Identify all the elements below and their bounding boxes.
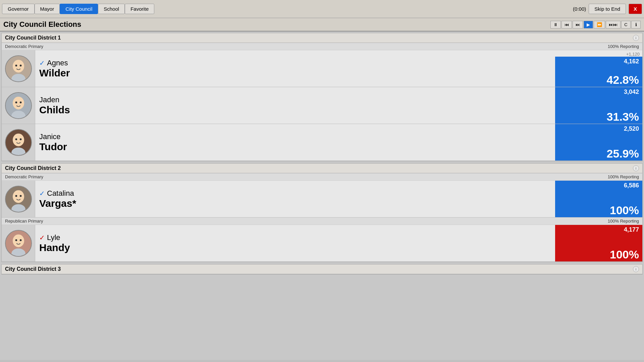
candidate-info: ✓CatalinaVargas*	[35, 181, 555, 217]
candidate-lastname: Handy	[39, 242, 551, 253]
avatar-image	[5, 129, 32, 156]
close-button[interactable]: X	[629, 4, 642, 14]
district-info-icon-2[interactable]: i	[633, 165, 639, 171]
fast-forward-button[interactable]: ⏩	[594, 21, 605, 28]
vote-percent: 31.3%	[607, 111, 639, 122]
svg-point-13	[15, 138, 17, 140]
district-header-3: City Council District 3i	[2, 264, 642, 274]
svg-point-11	[12, 133, 24, 146]
timer-area: (0:00) Skip to End X	[573, 4, 642, 14]
clear-button[interactable]: C	[621, 21, 631, 28]
firstname-text: Janice	[39, 132, 61, 141]
district-info-icon-3[interactable]: i	[633, 266, 639, 272]
district-block-1: City Council District 1iDemocratic Prima…	[1, 33, 643, 161]
candidate-firstname: ✓Catalina	[39, 189, 551, 198]
district-title-3: City Council District 3	[5, 266, 61, 272]
nav-btn-school[interactable]: School	[98, 4, 125, 14]
vote-count-number: 4,177	[624, 226, 639, 233]
district-info-icon-1[interactable]: i	[633, 35, 639, 41]
districts-container: City Council District 1iDemocratic Prima…	[1, 33, 643, 275]
candidate-firstname: ✓Lyle	[39, 233, 551, 242]
nav-btn-mayor[interactable]: Mayor	[35, 4, 60, 14]
vote-bar-area: 2,52025.9%	[555, 124, 642, 161]
vote-count-number: 4,162	[624, 58, 639, 65]
vote-count-number: 6,586	[624, 182, 639, 189]
vote-percent: 25.9%	[607, 148, 639, 159]
district-block-2: City Council District 2iDemocratic Prima…	[1, 163, 643, 262]
svg-point-16	[12, 190, 24, 203]
vote-bar-area: 3,04231.3%	[555, 87, 642, 124]
candidate-info: JaniceTudor	[35, 124, 555, 161]
vote-count-bar: 4,16242.8%	[555, 57, 642, 87]
candidate-avatar	[2, 124, 35, 161]
pause-button[interactable]: ⏸	[550, 21, 561, 28]
candidate-avatar	[2, 50, 35, 87]
svg-point-1	[12, 60, 24, 72]
candidate-lastname: Childs	[39, 104, 551, 115]
playback-controls: ⏸⏮⏭▶⏩⏭⏭Cℹ	[550, 21, 641, 28]
step-back-button[interactable]: ⏭	[573, 21, 583, 28]
vote-percent: 42.8%	[607, 74, 639, 85]
info-button[interactable]: ℹ	[631, 21, 641, 28]
nav-btn-governor[interactable]: Governor	[2, 4, 35, 14]
svg-point-3	[15, 64, 17, 66]
svg-point-23	[15, 239, 17, 241]
candidate-avatar	[2, 181, 35, 217]
winner-checkmark: ✓	[39, 189, 45, 197]
rewind-button[interactable]: ⏮	[561, 21, 572, 28]
candidate-row: ✓CatalinaVargas*6,586100%	[2, 181, 642, 218]
vote-delta: +1,120	[555, 50, 642, 57]
candidate-row: ✓LyleHandy4,177100%	[2, 225, 642, 262]
vote-bar-area: +1,1204,16242.8%	[555, 50, 642, 87]
nav-btn-favorite[interactable]: Favorite	[125, 4, 154, 14]
svg-point-21	[12, 234, 24, 247]
vote-bar-area: 6,586100%	[555, 181, 642, 217]
vote-count-bar: 4,177100%	[555, 225, 642, 261]
vote-percent: 100%	[610, 204, 639, 216]
party-label: Democratic Primary	[5, 174, 43, 179]
skip-button[interactable]: ⏭⏭	[606, 21, 621, 28]
vote-count-number: 3,042	[624, 88, 639, 96]
winner-checkmark: ✓	[39, 59, 45, 67]
candidate-lastname: Vargas*	[39, 198, 551, 209]
svg-point-8	[15, 101, 17, 103]
candidate-lastname: Wilder	[39, 67, 551, 78]
district-block-3: City Council District 3i	[1, 264, 643, 275]
main-content: City Council District 1iDemocratic Prima…	[0, 32, 644, 360]
firstname-text: Jaden	[39, 96, 59, 104]
candidate-avatar	[2, 87, 35, 124]
firstname-text: Catalina	[47, 189, 74, 198]
candidate-row: ✓AgnesWilder+1,1204,16242.8%	[2, 50, 642, 87]
avatar-image	[5, 186, 32, 213]
district-title-2: City Council District 2	[5, 165, 61, 171]
vote-bar-area: 4,177100%	[555, 225, 642, 261]
firstname-text: Lyle	[47, 233, 60, 242]
top-navigation-bar: GovernorMayorCity CouncilSchoolFavorite …	[0, 0, 644, 18]
skip-to-end-button[interactable]: Skip to End	[589, 4, 626, 14]
page-title: City Council Elections	[3, 20, 81, 29]
candidate-info: ✓AgnesWilder	[35, 50, 555, 87]
timer-display: (0:00)	[573, 6, 586, 12]
vote-count-bar: 3,04231.3%	[555, 87, 642, 124]
district-header-1: City Council District 1i	[2, 33, 642, 43]
party-label: Republican Primary	[5, 219, 43, 224]
vote-count-number: 2,520	[624, 125, 639, 132]
candidate-info: ✓LyleHandy	[35, 225, 555, 261]
winner-checkmark: ✓	[39, 234, 45, 242]
primary-header-d1-p1: Democratic Primary100% Reporting	[2, 43, 642, 50]
nav-btn-city-council[interactable]: City Council	[60, 4, 98, 14]
svg-point-6	[12, 97, 24, 109]
firstname-text: Agnes	[47, 59, 68, 67]
district-header-2: City Council District 2i	[2, 164, 642, 173]
district-title-1: City Council District 1	[5, 35, 61, 41]
candidate-firstname: Janice	[39, 132, 551, 141]
reporting-label: 100% Reporting	[608, 219, 639, 224]
avatar-image	[5, 92, 32, 119]
candidate-row: JaniceTudor2,52025.9%	[2, 124, 642, 161]
play-button[interactable]: ▶	[584, 21, 593, 28]
svg-point-19	[19, 195, 21, 197]
page-title-bar: City Council Elections ⏸⏮⏭▶⏩⏭⏭Cℹ	[0, 18, 644, 32]
svg-point-9	[19, 101, 21, 103]
candidate-avatar	[2, 225, 35, 261]
primary-header-d2-p2: Republican Primary100% Reporting	[2, 218, 642, 225]
